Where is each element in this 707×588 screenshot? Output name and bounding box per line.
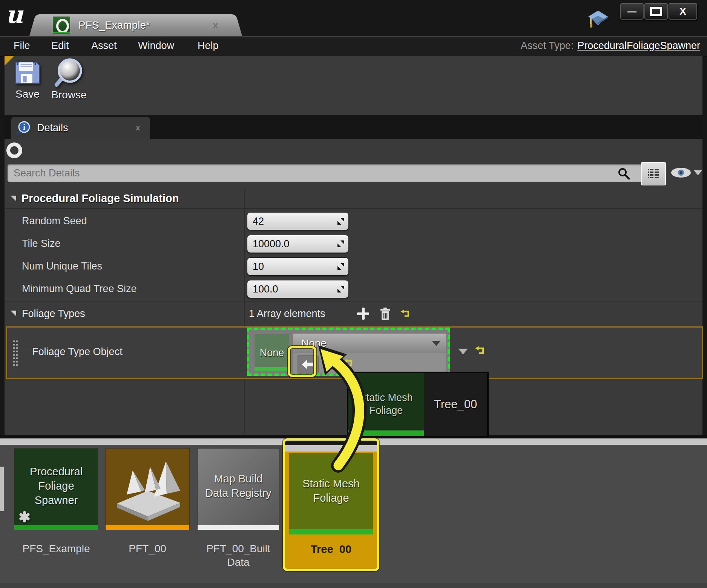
num-unique-tiles-field[interactable]: 10 [247,257,349,276]
tile-size-field[interactable]: 10000.0 [247,235,349,253]
menu-window[interactable]: Window [138,37,174,54]
minimize-button[interactable]: — [620,3,644,20]
thumbnail-color-bar [255,367,289,371]
asset-label[interactable]: Tree_00 [285,543,377,556]
field-value: 10000.0 [253,238,290,250]
minimum-quad-tree-size-field[interactable]: 100.0 [247,280,349,298]
asset-thumb-text: Map Build Data Registry [198,449,279,524]
asset-color-bar [289,529,373,534]
close-button[interactable]: X [669,3,697,20]
drag-tooltip: Static Mesh Foliage Tree_00 [347,372,489,437]
foliage-type-object-label: Foliage Type Object [32,328,123,376]
random-seed-field[interactable]: 42 [247,212,349,230]
thumbnail-text: None [260,347,284,359]
menu-help[interactable]: Help [198,37,219,54]
section-procedural-foliage-simulation[interactable]: Procedural Foliage Simulation [5,188,702,208]
chevron-down-icon [432,341,441,346]
row-foliage-type-object[interactable]: Foliage Type Object None None [6,326,703,379]
asset-tile-map-build-data[interactable]: Map Build Data Registry [198,449,279,530]
svg-text:i: i [23,123,25,131]
view-options-chevron-icon[interactable] [694,170,702,175]
asset-type-field: Asset Type: ProceduralFoliageSpawner [521,37,700,54]
maximize-icon [650,7,662,16]
tab-close-icon[interactable]: x [213,20,218,31]
menu-file[interactable]: File [14,37,30,54]
property-label: Minimum Quad Tree Size [22,277,137,300]
browse-label: Browse [51,89,86,101]
unreal-asset-editor-window: u PFS_Example* x — X File Edit Asset Win… [0,0,707,588]
search-details-input[interactable] [8,164,643,182]
reset-to-default-icon[interactable] [344,358,353,368]
drag-handle[interactable] [12,340,18,366]
asset-label[interactable]: PFS_Example [14,542,98,556]
element-options-chevron-icon[interactable] [458,349,468,354]
tab-title: PFS_Example* [78,19,150,31]
foliage-types-label: Foliage Types [22,302,85,326]
search-icon [618,167,630,180]
row-num-unique-tiles: Num Unique Tiles 10 [5,255,702,277]
asset-label[interactable]: PFT_00 [106,542,189,556]
reset-to-default-icon[interactable] [400,309,410,319]
view-options-eye-icon[interactable] [670,166,692,179]
asset-thumbnail-none[interactable]: None [255,334,289,371]
partial-asset-tile[interactable] [0,467,4,511]
drag-resize-icon [337,263,345,270]
field-value: 42 [253,216,264,227]
browse-to-asset-icon[interactable] [323,358,336,371]
save-button[interactable]: Save [7,59,48,112]
asset-tile-pft-00[interactable] [106,449,189,530]
unsaved-asterisk-icon [18,510,31,523]
drag-resize-icon [337,217,345,225]
expand-triangle-icon [11,196,16,201]
row-foliage-types: Foliage Types 1 Array elements [5,301,702,326]
drag-tooltip-thumbnail: Static Mesh Foliage [348,373,424,436]
field-value: 100.0 [253,283,278,295]
drag-tooltip-type: Static Mesh Foliage [348,392,424,417]
asset-drop-target[interactable]: None None [247,328,450,376]
asset-editor-tab[interactable]: PFS_Example* x [39,14,232,36]
expand-triangle-icon[interactable] [11,311,16,316]
background-strip [285,445,377,452]
array-elements-count: 1 Array elements [249,302,325,326]
property-label: Tile Size [22,232,61,255]
asset-tile-pfs-example[interactable]: Procedural Foliage Spawner [14,449,98,530]
annotation-highlight-box [288,346,316,377]
menu-bar: File Edit Asset Window Help Asset Type: … [0,36,707,57]
grid-icon [647,167,660,180]
content-browser-footer [0,583,707,588]
asset-tile-tree-00-selected[interactable]: Static Mesh Foliage Tree_00 [283,438,379,571]
foliage-spawner-asset-icon [53,17,70,34]
property-matrix-button[interactable] [641,162,666,185]
unreal-engine-logo-icon: u [3,2,26,31]
asset-thumb-text: Static Mesh Foliage [289,453,373,529]
maximize-button[interactable] [644,3,668,20]
property-label: Num Unique Tiles [22,255,102,277]
details-tab[interactable]: i Details x [11,117,150,139]
asset-color-bar [106,525,189,530]
row-minimum-quad-tree-size: Minimum Quad Tree Size 100.0 [5,277,702,300]
asset-label[interactable]: PFT_00_Built Data [198,542,279,570]
row-tile-size: Tile Size 10000.0 [5,232,702,255]
asset-thumbnail[interactable]: Static Mesh Foliage [289,453,373,534]
tutorial-graduation-cap-icon[interactable] [587,8,609,30]
asset-type-value[interactable]: ProceduralFoliageSpawner [577,40,700,52]
foliage-type-3d-thumbnail [106,449,189,524]
close-icon: X [679,6,686,17]
drag-resize-icon [337,240,345,248]
menu-edit[interactable]: Edit [51,37,69,54]
add-element-button[interactable] [357,308,369,320]
background-strip [285,441,377,445]
details-tab-close-icon[interactable]: x [136,123,140,133]
minimize-icon: — [627,6,636,17]
floppy-disk-icon [14,59,41,87]
asset-color-bar [14,525,98,530]
menu-asset[interactable]: Asset [91,37,117,54]
browse-button[interactable]: Browse [48,57,90,111]
details-info-icon: i [17,121,31,135]
thumbnail-color-bar [348,430,424,436]
divider [5,208,702,209]
property-label: Random Seed [22,210,87,232]
asset-mini-thumbnail-ring [6,142,22,158]
reset-to-default-icon[interactable] [475,346,485,356]
clear-array-button[interactable] [380,308,391,320]
